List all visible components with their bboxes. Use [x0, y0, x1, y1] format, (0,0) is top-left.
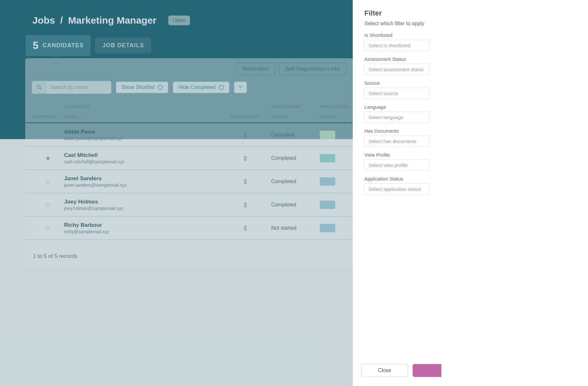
filter-field-label: Application Status: [364, 176, 430, 182]
filter-select[interactable]: Select view profile: [364, 160, 430, 171]
candidate-name: Joey Holmes: [64, 199, 219, 205]
candidate-email: janet.sanders@samplemail.xyz: [64, 182, 219, 188]
candidate-cell[interactable]: Richy Barbourrichy@samplemail.xyz: [64, 222, 219, 234]
assessment-status: Not started: [271, 225, 320, 231]
table-row[interactable]: ★Cael Mitchellcael.mitchell@samplemail.x…: [25, 147, 353, 170]
filter-field: SourceSelect source: [364, 80, 430, 99]
show-shortlist-toggle[interactable]: Show Shortlist: [116, 82, 168, 93]
panel-top-buttons: Reminders Self-Registration Links: [236, 63, 346, 75]
reminders-button[interactable]: Reminders: [236, 63, 275, 75]
table-row[interactable]: ☆Janet Sandersjanet.sanders@samplemail.x…: [25, 170, 353, 193]
filter-select[interactable]: Select application status: [364, 183, 430, 195]
shortlist-star[interactable]: ☆: [32, 178, 64, 185]
th-name[interactable]: NAME ▴: [64, 114, 219, 119]
shortlist-star[interactable]: ★: [32, 154, 64, 162]
application-status-pill: [320, 131, 335, 139]
application-status-pill: [320, 154, 335, 162]
radio-icon: [158, 85, 163, 90]
candidate-email: abbie.powe@samplemail.xyz: [64, 136, 219, 141]
candidate-cell[interactable]: Cael Mitchellcael.mitchell@samplemail.xy…: [64, 152, 219, 164]
application-status-pill: [320, 201, 335, 209]
sort-asc-icon: ▴: [80, 115, 82, 119]
filter-select[interactable]: Select assessment status: [364, 64, 430, 75]
th-documents[interactable]: DOCUMENTS: [219, 114, 271, 119]
radio-icon: [219, 85, 224, 90]
filter-field-label: Language: [364, 104, 430, 110]
table-row[interactable]: ☆Joey Holmesjoey.holmes@samplemail.xyz0C…: [25, 193, 353, 216]
filter-icon: [238, 85, 243, 90]
th-assessment: ASSESSMENT STATUS: [271, 104, 320, 119]
th-application: APPLICATION STATUS: [320, 104, 353, 119]
candidates-table: SHORTLIST CANDIDATE NAME ▴ DOCUMENTS ASS…: [25, 100, 353, 240]
filter-field: LanguageSelect language: [364, 104, 430, 123]
candidate-cell[interactable]: Janet Sandersjanet.sanders@samplemail.xy…: [64, 175, 219, 188]
filter-panel: Filter Select which filter to apply Is S…: [353, 0, 441, 386]
close-button[interactable]: Close: [361, 364, 408, 377]
documents-link[interactable]: 0: [219, 179, 271, 184]
assessment-status: Completed: [271, 202, 320, 208]
candidate-name: Janet Sanders: [64, 175, 219, 182]
breadcrumb-current: Marketing Manager: [68, 15, 156, 26]
tab-candidates[interactable]: 5 CANDIDATES: [26, 35, 91, 56]
svg-line-1: [40, 88, 41, 89]
filter-select[interactable]: Select language: [364, 112, 430, 123]
table-footer-text: 1 to 5 of 5 records: [33, 253, 77, 259]
tab-candidates-label: CANDIDATES: [43, 42, 84, 49]
filter-select[interactable]: Select is shortlisted: [364, 40, 430, 51]
candidate-cell[interactable]: Joey Holmesjoey.holmes@samplemail.xyz: [64, 199, 219, 211]
documents-link[interactable]: 0: [219, 202, 271, 208]
self-registration-button[interactable]: Self-Registration Links: [279, 63, 346, 75]
show-shortlist-label: Show Shortlist: [121, 84, 154, 90]
breadcrumb: Jobs / Marketing Manager Open: [32, 15, 190, 26]
svg-point-0: [37, 85, 40, 88]
filter-field-label: Source: [364, 80, 430, 86]
assessment-status: Completed: [271, 179, 320, 184]
search-wrap: [32, 81, 111, 94]
table-header: SHORTLIST CANDIDATE NAME ▴ DOCUMENTS ASS…: [25, 100, 353, 123]
hide-completed-toggle[interactable]: Hide Completed: [173, 82, 229, 93]
documents-link[interactable]: 0: [219, 225, 271, 231]
shortlist-star[interactable]: ☆: [32, 224, 64, 232]
filter-select[interactable]: Select has documents: [364, 136, 430, 147]
filter-field: Assessment StatusSelect assessment statu…: [364, 56, 430, 75]
candidate-name: Abbie Powe: [64, 129, 219, 135]
breadcrumb-root[interactable]: Jobs: [32, 15, 55, 26]
candidate-name: Richy Barbour: [64, 222, 219, 228]
filter-field-label: Assessment Status: [364, 56, 430, 62]
filter-field: View ProfileSelect view profile: [364, 152, 430, 171]
filter-title: Filter: [364, 9, 430, 17]
documents-link[interactable]: 0: [219, 132, 271, 138]
candidates-panel: Reminders Self-Registration Links Show S…: [25, 58, 353, 267]
search-icon[interactable]: [32, 81, 46, 94]
assessment-status: Completed: [271, 155, 320, 161]
table-row[interactable]: ☆Richy Barbourrichy@samplemail.xyz0Not s…: [25, 216, 353, 240]
th-shortlist: SHORTLIST: [32, 114, 64, 119]
filter-field: Is ShortlistedSelect is shortlisted: [364, 32, 430, 51]
candidate-cell[interactable]: Abbie Poweabbie.powe@samplemail.xyz: [64, 129, 219, 141]
assessment-status: Cancelled: [271, 132, 320, 138]
filter-select[interactable]: Select source: [364, 88, 430, 99]
candidate-email: richy@samplemail.xyz: [64, 229, 219, 234]
tab-job-details[interactable]: JOB DETAILS: [95, 38, 151, 53]
application-status-pill: [320, 224, 335, 232]
table-row[interactable]: ☆Abbie Poweabbie.powe@samplemail.xyz0Can…: [25, 123, 353, 147]
toolbar: Show Shortlist Hide Completed: [32, 81, 247, 94]
filter-subtitle: Select which filter to apply: [364, 21, 430, 27]
filter-field: Application StatusSelect application sta…: [364, 176, 430, 195]
tab-candidates-count: 5: [33, 39, 39, 51]
breadcrumb-sep: /: [60, 15, 63, 26]
crop-mask: [441, 0, 588, 386]
tab-job-details-label: JOB DETAILS: [102, 42, 144, 49]
application-status-pill: [320, 177, 335, 186]
search-input[interactable]: [46, 82, 111, 93]
filter-field-label: Has Documents: [364, 128, 430, 134]
candidate-email: joey.holmes@samplemail.xyz: [64, 206, 219, 211]
shortlist-star[interactable]: ☆: [32, 131, 64, 139]
candidate-email: cael.mitchell@samplemail.xyz: [64, 159, 219, 164]
filter-field-label: Is Shortlisted: [364, 32, 430, 38]
th-candidate: CANDIDATE NAME ▴: [64, 104, 219, 119]
filter-button[interactable]: [234, 82, 247, 93]
shortlist-star[interactable]: ☆: [32, 201, 64, 209]
candidate-name: Cael Mitchell: [64, 152, 219, 159]
documents-link[interactable]: 0: [219, 155, 271, 161]
